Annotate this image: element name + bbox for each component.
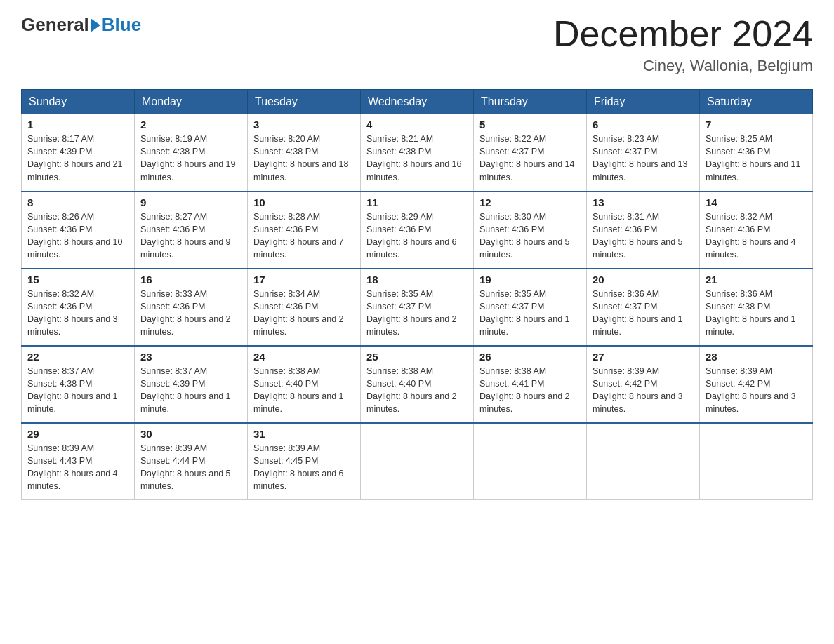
title-section: December 2024 Ciney, Wallonia, Belgium xyxy=(553,14,813,75)
day-number: 13 xyxy=(593,196,694,208)
day-info: Sunrise: 8:20 AM Sunset: 4:38 PM Dayligh… xyxy=(253,133,355,184)
table-row: 22 Sunrise: 8:37 AM Sunset: 4:38 PM Dayl… xyxy=(22,346,135,423)
day-number: 30 xyxy=(140,428,241,440)
table-row: 2 Sunrise: 8:19 AM Sunset: 4:38 PM Dayli… xyxy=(135,114,248,192)
day-number: 20 xyxy=(593,274,694,286)
day-number: 28 xyxy=(706,351,807,363)
day-info: Sunrise: 8:26 AM Sunset: 4:36 PM Dayligh… xyxy=(27,210,128,262)
day-info: Sunrise: 8:21 AM Sunset: 4:38 PM Dayligh… xyxy=(366,133,468,184)
table-row: 20 Sunrise: 8:36 AM Sunset: 4:37 PM Dayl… xyxy=(587,269,700,346)
logo: General Blue xyxy=(21,14,141,36)
day-info: Sunrise: 8:35 AM Sunset: 4:37 PM Dayligh… xyxy=(366,288,468,339)
day-info: Sunrise: 8:23 AM Sunset: 4:37 PM Dayligh… xyxy=(593,133,694,184)
table-row xyxy=(474,423,587,500)
day-info: Sunrise: 8:30 AM Sunset: 4:36 PM Dayligh… xyxy=(479,210,581,262)
day-info: Sunrise: 8:28 AM Sunset: 4:36 PM Dayligh… xyxy=(253,210,355,262)
day-info: Sunrise: 8:25 AM Sunset: 4:36 PM Dayligh… xyxy=(706,133,807,184)
day-number: 18 xyxy=(366,274,468,286)
day-number: 15 xyxy=(27,274,128,286)
day-number: 16 xyxy=(140,274,241,286)
table-row: 1 Sunrise: 8:17 AM Sunset: 4:39 PM Dayli… xyxy=(22,114,135,192)
calendar-week-row: 22 Sunrise: 8:37 AM Sunset: 4:38 PM Dayl… xyxy=(22,346,813,423)
table-row: 11 Sunrise: 8:29 AM Sunset: 4:36 PM Dayl… xyxy=(361,192,474,269)
calendar-week-row: 15 Sunrise: 8:32 AM Sunset: 4:36 PM Dayl… xyxy=(22,269,813,346)
day-info: Sunrise: 8:37 AM Sunset: 4:38 PM Dayligh… xyxy=(27,365,128,416)
day-info: Sunrise: 8:32 AM Sunset: 4:36 PM Dayligh… xyxy=(706,210,807,262)
day-info: Sunrise: 8:22 AM Sunset: 4:37 PM Dayligh… xyxy=(479,133,581,184)
table-row: 5 Sunrise: 8:22 AM Sunset: 4:37 PM Dayli… xyxy=(474,114,587,192)
header-friday: Friday xyxy=(587,90,700,114)
day-info: Sunrise: 8:34 AM Sunset: 4:36 PM Dayligh… xyxy=(253,288,355,339)
day-info: Sunrise: 8:27 AM Sunset: 4:36 PM Dayligh… xyxy=(140,210,241,262)
header-thursday: Thursday xyxy=(474,90,587,114)
table-row xyxy=(361,423,474,500)
day-number: 26 xyxy=(479,351,581,363)
table-row: 12 Sunrise: 8:30 AM Sunset: 4:36 PM Dayl… xyxy=(474,192,587,269)
day-info: Sunrise: 8:39 AM Sunset: 4:42 PM Dayligh… xyxy=(706,365,807,416)
calendar-week-row: 8 Sunrise: 8:26 AM Sunset: 4:36 PM Dayli… xyxy=(22,192,813,269)
day-number: 12 xyxy=(479,196,581,208)
month-title: December 2024 xyxy=(553,14,813,54)
day-number: 27 xyxy=(593,351,694,363)
table-row: 31 Sunrise: 8:39 AM Sunset: 4:45 PM Dayl… xyxy=(248,423,361,500)
day-number: 25 xyxy=(366,351,468,363)
day-number: 9 xyxy=(140,196,241,208)
logo-blue-text: Blue xyxy=(102,14,141,36)
table-row: 3 Sunrise: 8:20 AM Sunset: 4:38 PM Dayli… xyxy=(248,114,361,192)
calendar-week-row: 1 Sunrise: 8:17 AM Sunset: 4:39 PM Dayli… xyxy=(22,114,813,192)
day-number: 23 xyxy=(140,351,241,363)
table-row: 23 Sunrise: 8:37 AM Sunset: 4:39 PM Dayl… xyxy=(135,346,248,423)
day-number: 24 xyxy=(253,351,355,363)
day-info: Sunrise: 8:17 AM Sunset: 4:39 PM Dayligh… xyxy=(27,133,128,184)
table-row: 29 Sunrise: 8:39 AM Sunset: 4:43 PM Dayl… xyxy=(22,423,135,500)
day-info: Sunrise: 8:39 AM Sunset: 4:44 PM Dayligh… xyxy=(140,442,241,493)
weekday-header-row: Sunday Monday Tuesday Wednesday Thursday… xyxy=(22,90,813,114)
day-number: 2 xyxy=(140,119,241,130)
day-info: Sunrise: 8:35 AM Sunset: 4:37 PM Dayligh… xyxy=(479,288,581,339)
table-row: 10 Sunrise: 8:28 AM Sunset: 4:36 PM Dayl… xyxy=(248,192,361,269)
day-info: Sunrise: 8:33 AM Sunset: 4:36 PM Dayligh… xyxy=(140,288,241,339)
table-row: 13 Sunrise: 8:31 AM Sunset: 4:36 PM Dayl… xyxy=(587,192,700,269)
table-row: 9 Sunrise: 8:27 AM Sunset: 4:36 PM Dayli… xyxy=(135,192,248,269)
table-row: 17 Sunrise: 8:34 AM Sunset: 4:36 PM Dayl… xyxy=(248,269,361,346)
table-row: 21 Sunrise: 8:36 AM Sunset: 4:38 PM Dayl… xyxy=(700,269,813,346)
header-monday: Monday xyxy=(135,90,248,114)
day-info: Sunrise: 8:19 AM Sunset: 4:38 PM Dayligh… xyxy=(140,133,241,184)
table-row: 6 Sunrise: 8:23 AM Sunset: 4:37 PM Dayli… xyxy=(587,114,700,192)
day-info: Sunrise: 8:39 AM Sunset: 4:43 PM Dayligh… xyxy=(27,442,128,493)
day-number: 8 xyxy=(27,196,128,208)
table-row: 14 Sunrise: 8:32 AM Sunset: 4:36 PM Dayl… xyxy=(700,192,813,269)
table-row: 15 Sunrise: 8:32 AM Sunset: 4:36 PM Dayl… xyxy=(22,269,135,346)
header-sunday: Sunday xyxy=(22,90,135,114)
header-tuesday: Tuesday xyxy=(248,90,361,114)
day-number: 1 xyxy=(27,119,128,130)
day-number: 31 xyxy=(253,428,355,440)
day-info: Sunrise: 8:38 AM Sunset: 4:41 PM Dayligh… xyxy=(479,365,581,416)
calendar-table: Sunday Monday Tuesday Wednesday Thursday… xyxy=(21,89,813,500)
day-info: Sunrise: 8:39 AM Sunset: 4:45 PM Dayligh… xyxy=(253,442,355,493)
logo-general-text: General xyxy=(21,14,89,36)
table-row: 19 Sunrise: 8:35 AM Sunset: 4:37 PM Dayl… xyxy=(474,269,587,346)
day-number: 17 xyxy=(253,274,355,286)
day-info: Sunrise: 8:38 AM Sunset: 4:40 PM Dayligh… xyxy=(366,365,468,416)
day-number: 22 xyxy=(27,351,128,363)
calendar-week-row: 29 Sunrise: 8:39 AM Sunset: 4:43 PM Dayl… xyxy=(22,423,813,500)
table-row: 16 Sunrise: 8:33 AM Sunset: 4:36 PM Dayl… xyxy=(135,269,248,346)
table-row: 8 Sunrise: 8:26 AM Sunset: 4:36 PM Dayli… xyxy=(22,192,135,269)
table-row: 4 Sunrise: 8:21 AM Sunset: 4:38 PM Dayli… xyxy=(361,114,474,192)
table-row: 30 Sunrise: 8:39 AM Sunset: 4:44 PM Dayl… xyxy=(135,423,248,500)
day-info: Sunrise: 8:32 AM Sunset: 4:36 PM Dayligh… xyxy=(27,288,128,339)
table-row: 18 Sunrise: 8:35 AM Sunset: 4:37 PM Dayl… xyxy=(361,269,474,346)
day-number: 14 xyxy=(706,196,807,208)
day-number: 21 xyxy=(706,274,807,286)
day-number: 10 xyxy=(253,196,355,208)
header-wednesday: Wednesday xyxy=(361,90,474,114)
table-row: 28 Sunrise: 8:39 AM Sunset: 4:42 PM Dayl… xyxy=(700,346,813,423)
day-number: 19 xyxy=(479,274,581,286)
day-number: 11 xyxy=(366,196,468,208)
table-row: 24 Sunrise: 8:38 AM Sunset: 4:40 PM Dayl… xyxy=(248,346,361,423)
day-info: Sunrise: 8:38 AM Sunset: 4:40 PM Dayligh… xyxy=(253,365,355,416)
day-info: Sunrise: 8:36 AM Sunset: 4:38 PM Dayligh… xyxy=(706,288,807,339)
day-number: 29 xyxy=(27,428,128,440)
day-number: 7 xyxy=(706,119,807,130)
